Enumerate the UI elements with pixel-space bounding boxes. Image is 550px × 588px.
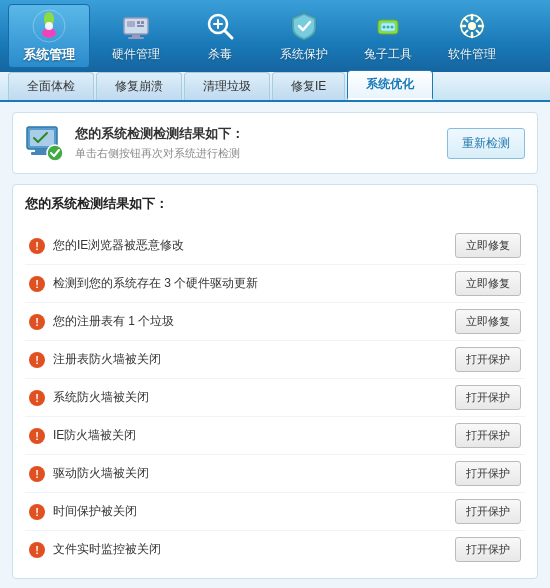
logo[interactable]: 系统管理 — [8, 4, 90, 68]
action-btn-5[interactable]: 打开保护 — [455, 423, 521, 448]
top-bar: 系统管理 硬件管理 杀毒 — [0, 0, 550, 72]
warn-icon: ! — [29, 390, 45, 406]
nav-protect-label: 系统保护 — [280, 46, 328, 63]
action-btn-0[interactable]: 立即修复 — [455, 233, 521, 258]
tab-bar: 全面体检 修复崩溃 清理垃圾 修复IE 系统优化 — [0, 72, 550, 102]
svg-rect-10 — [137, 25, 144, 27]
result-header-title: 您的系统检测检测结果如下： — [75, 125, 244, 143]
kill-icon — [204, 10, 236, 42]
nav-kill[interactable]: 杀毒 — [178, 4, 262, 68]
nav-software-label: 软件管理 — [448, 46, 496, 63]
tab-repair[interactable]: 修复崩溃 — [96, 72, 182, 100]
software-icon — [456, 10, 488, 42]
tab-fixie[interactable]: 修复IE — [272, 72, 345, 100]
result-row: ! 文件实时监控被关闭 打开保护 — [25, 531, 525, 568]
action-btn-7[interactable]: 打开保护 — [455, 499, 521, 524]
svg-line-31 — [465, 30, 468, 33]
action-btn-3[interactable]: 打开保护 — [455, 347, 521, 372]
warn-icon: ! — [29, 428, 45, 444]
action-btn-1[interactable]: 立即修复 — [455, 271, 521, 296]
action-btn-4[interactable]: 打开保护 — [455, 385, 521, 410]
result-row: ! IE防火墙被关闭 打开保护 — [25, 417, 525, 455]
logo-label: 系统管理 — [23, 46, 75, 64]
warn-icon: ! — [29, 466, 45, 482]
warn-icon: ! — [29, 238, 45, 254]
result-row: ! 检测到您的系统存在 3 个硬件驱动更新 立即修复 — [25, 265, 525, 303]
results-section-title: 您的系统检测结果如下： — [25, 195, 525, 219]
tab-fullcheck[interactable]: 全面体检 — [8, 72, 94, 100]
results-section: 您的系统检测结果如下： ! 您的IE浏览器被恶意修改 立即修复 ! 检测到您的系… — [12, 184, 538, 579]
tools-icon — [372, 10, 404, 42]
nav-tools[interactable]: 兔子工具 — [346, 4, 430, 68]
nav-tools-label: 兔子工具 — [364, 46, 412, 63]
result-left: ! 您的IE浏览器被恶意修改 — [29, 237, 184, 254]
result-text: 系统防火墙被关闭 — [53, 389, 149, 406]
nav-hardware[interactable]: 硬件管理 — [94, 4, 178, 68]
result-left: ! 时间保护被关闭 — [29, 503, 137, 520]
svg-rect-8 — [137, 21, 140, 24]
nav-hardware-label: 硬件管理 — [112, 46, 160, 63]
svg-rect-7 — [127, 21, 135, 27]
result-row: ! 注册表防火墙被关闭 打开保护 — [25, 341, 525, 379]
svg-line-30 — [477, 18, 480, 21]
action-btn-2[interactable]: 立即修复 — [455, 309, 521, 334]
result-left: ! 检测到您的系统存在 3 个硬件驱动更新 — [29, 275, 258, 292]
action-btn-8[interactable]: 打开保护 — [455, 537, 521, 562]
result-row: ! 时间保护被关闭 打开保护 — [25, 493, 525, 531]
warn-icon: ! — [29, 504, 45, 520]
tab-clean[interactable]: 清理垃圾 — [184, 72, 270, 100]
result-header-box: 您的系统检测检测结果如下： 单击右侧按钮再次对系统进行检测 重新检测 — [12, 112, 538, 174]
svg-point-20 — [387, 25, 390, 28]
result-text: 文件实时监控被关闭 — [53, 541, 161, 558]
result-left: ! 您的注册表有 1 个垃圾 — [29, 313, 174, 330]
main-content: 您的系统检测检测结果如下： 单击右侧按钮再次对系统进行检测 重新检测 您的系统检… — [0, 102, 550, 588]
nav-protect[interactable]: 系统保护 — [262, 4, 346, 68]
warn-icon: ! — [29, 542, 45, 558]
warn-icon: ! — [29, 314, 45, 330]
result-text: 您的IE浏览器被恶意修改 — [53, 237, 184, 254]
warn-icon: ! — [29, 276, 45, 292]
protect-icon — [288, 10, 320, 42]
svg-point-19 — [383, 25, 386, 28]
svg-point-36 — [47, 145, 63, 161]
result-text: 注册表防火墙被关闭 — [53, 351, 161, 368]
result-text: 您的注册表有 1 个垃圾 — [53, 313, 174, 330]
svg-rect-11 — [132, 35, 140, 37]
result-row: ! 您的注册表有 1 个垃圾 立即修复 — [25, 303, 525, 341]
svg-point-21 — [391, 25, 394, 28]
computer-icon — [25, 123, 65, 163]
result-row: ! 您的IE浏览器被恶意修改 立即修复 — [25, 227, 525, 265]
svg-rect-12 — [128, 37, 144, 39]
svg-rect-9 — [141, 21, 144, 24]
result-header-left: 您的系统检测检测结果如下： 单击右侧按钮再次对系统进行检测 — [25, 123, 244, 163]
result-row: ! 系统防火墙被关闭 打开保护 — [25, 379, 525, 417]
recheck-button[interactable]: 重新检测 — [447, 128, 525, 159]
result-text: 检测到您的系统存在 3 个硬件驱动更新 — [53, 275, 258, 292]
warn-icon: ! — [29, 352, 45, 368]
result-header-text: 您的系统检测检测结果如下： 单击右侧按钮再次对系统进行检测 — [75, 125, 244, 161]
svg-line-14 — [225, 31, 232, 38]
result-text: 驱动防火墙被关闭 — [53, 465, 149, 482]
nav-software[interactable]: 软件管理 — [430, 4, 514, 68]
svg-line-29 — [477, 30, 480, 33]
result-left: ! 注册表防火墙被关闭 — [29, 351, 161, 368]
tab-optimize[interactable]: 系统优化 — [347, 70, 433, 100]
result-left: ! 驱动防火墙被关闭 — [29, 465, 149, 482]
result-text: 时间保护被关闭 — [53, 503, 137, 520]
result-header-subtitle: 单击右侧按钮再次对系统进行检测 — [75, 146, 244, 161]
result-left: ! IE防火墙被关闭 — [29, 427, 136, 444]
result-left: ! 文件实时监控被关闭 — [29, 541, 161, 558]
action-btn-6[interactable]: 打开保护 — [455, 461, 521, 486]
svg-point-23 — [468, 22, 476, 30]
result-row: ! 驱动防火墙被关闭 打开保护 — [25, 455, 525, 493]
hardware-icon — [120, 10, 152, 42]
svg-point-5 — [45, 22, 53, 30]
nav-kill-label: 杀毒 — [208, 46, 232, 63]
logo-icon — [31, 8, 67, 44]
result-left: ! 系统防火墙被关闭 — [29, 389, 149, 406]
svg-line-28 — [465, 18, 468, 21]
result-text: IE防火墙被关闭 — [53, 427, 136, 444]
